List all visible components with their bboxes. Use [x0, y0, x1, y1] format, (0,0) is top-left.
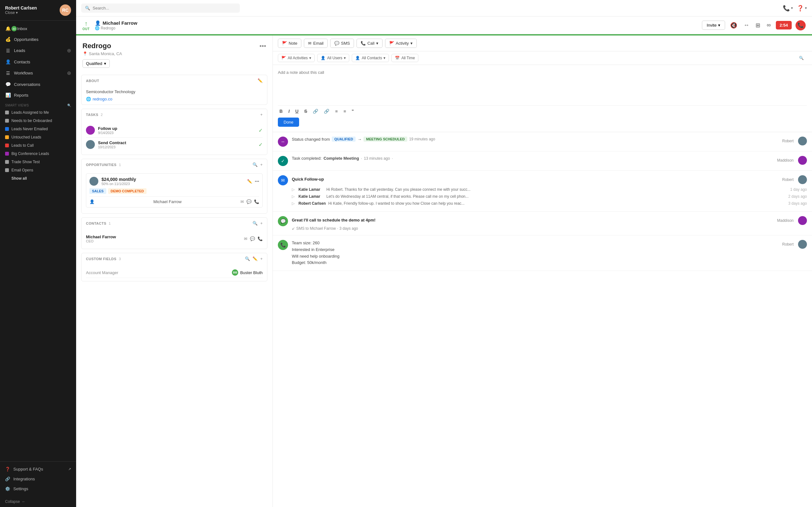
lead-location: 📍 Santa Monica, CA: [83, 51, 266, 56]
opp-more-button[interactable]: •••: [255, 179, 259, 184]
done-button[interactable]: Done: [278, 118, 299, 127]
smart-view-show-all[interactable]: Show all: [0, 174, 76, 182]
filter-all-contacts[interactable]: 👤 All Contacts ▾: [352, 54, 389, 62]
bold-button[interactable]: B: [278, 108, 284, 114]
filter-all-time[interactable]: 📅 All Time: [392, 54, 418, 62]
smart-view-needs-onboarding[interactable]: Needs to be Onboarded: [0, 117, 76, 125]
quote-button[interactable]: ": [350, 108, 356, 114]
opp-search-button[interactable]: 🔍: [252, 162, 258, 167]
cf-edit-button[interactable]: ✏️: [252, 257, 258, 261]
search-input[interactable]: [93, 6, 236, 10]
to-status-pill: MEETING SCHEDULED: [363, 136, 407, 142]
sidebar-item-opportunities[interactable]: 💰 Opportunities: [0, 34, 76, 45]
contact-phone-icon[interactable]: 📞: [254, 199, 259, 204]
leads-add-icon[interactable]: ⊕: [67, 48, 71, 54]
sidebar-item-contacts[interactable]: 👤 Contacts: [0, 56, 76, 67]
leads-icon: ☰: [5, 48, 11, 53]
sidebar-item-integrations[interactable]: 🔗 Integrations: [0, 474, 76, 484]
filter-search-button[interactable]: 🔍: [796, 54, 807, 62]
task-check-icon[interactable]: ✓: [258, 127, 263, 133]
transfer-icon-btn[interactable]: ↔: [742, 20, 751, 30]
opp-edit-button[interactable]: ✏️: [247, 179, 252, 184]
email-activity-icon: ✉: [278, 175, 288, 185]
activity-button[interactable]: 🚩 Activity ▾: [385, 39, 417, 48]
phone-icon-btn[interactable]: 📞 ▾: [783, 5, 793, 12]
note-button[interactable]: 🚩 Note: [278, 39, 301, 48]
opportunities-section-header: OPPORTUNITIES 1 🔍 +: [82, 159, 267, 170]
help-icon-btn[interactable]: ❓ ▾: [797, 5, 807, 12]
activity-user-name: Robert: [782, 177, 794, 182]
tasks-add-button[interactable]: +: [260, 112, 263, 117]
smart-view-trade-show[interactable]: Trade Show Test: [0, 158, 76, 166]
user-avatar: [798, 136, 807, 146]
contact-chat-icon[interactable]: 💬: [247, 199, 252, 204]
sidebar-item-inbox[interactable]: 🔔 40 Inbox: [0, 23, 76, 34]
sidebar-close-btn[interactable]: Close ▾: [5, 10, 37, 15]
sidebar-item-leads[interactable]: ☰ Leads ⊕: [0, 45, 76, 56]
filter-all-users[interactable]: 👤 All Users ▾: [317, 54, 349, 62]
filter-all-activities[interactable]: 🚩 All Activities ▾: [278, 54, 315, 62]
sidebar-item-support[interactable]: ❓ Support & FAQs ↗: [0, 464, 76, 474]
user-avatar: [798, 156, 807, 165]
opp-add-button[interactable]: +: [260, 162, 263, 167]
end-call-button[interactable]: 📞: [796, 20, 806, 31]
smart-view-dot: [5, 119, 9, 123]
cf-section-actions: 🔍 ✏️ +: [245, 257, 263, 261]
contacts-section: CONTACTS 1 🔍 + Michael Farrow CEO: [81, 217, 267, 249]
sidebar-item-conversations[interactable]: 💬 Conversations: [0, 79, 76, 90]
contacts-search-button[interactable]: 🔍: [252, 221, 258, 226]
sidebar-collapse-btn[interactable]: Collapse ←: [0, 496, 76, 507]
globe-icon: 🌐: [86, 97, 91, 101]
smart-view-leads-to-call[interactable]: Leads to Call: [0, 141, 76, 150]
external-link-icon: ↗: [68, 467, 71, 471]
note-input[interactable]: [278, 70, 807, 102]
email-reply: ▷ Katie Lamar Hi Robert. Thanks for the …: [292, 186, 807, 193]
email-button[interactable]: ✉ Email: [304, 39, 328, 48]
opportunities-section-body: $24,000 monthly 50% on 11/1/2023 ✏️ ••• …: [82, 170, 267, 213]
cf-search-button[interactable]: 🔍: [245, 257, 250, 261]
status-badge[interactable]: Qualified ▾: [83, 59, 110, 68]
sidebar-item-reports[interactable]: 📊 Reports: [0, 90, 76, 101]
numbered-list-button[interactable]: ≡: [342, 108, 348, 114]
activity-filters: 🚩 All Activities ▾ 👤 All Users ▾ 👤 All C…: [273, 51, 812, 65]
about-website-link[interactable]: 🌐 redrogo.co: [86, 97, 263, 101]
cf-add-button[interactable]: +: [260, 257, 263, 261]
workflows-add-icon[interactable]: ⊕: [67, 70, 71, 76]
contact-email-button[interactable]: ✉: [244, 236, 247, 241]
status-change-text: Status changed from QUALIFIED → MEETING …: [292, 136, 778, 142]
about-edit-button[interactable]: ✏️: [258, 78, 263, 83]
contact-name: Michael Farrow: [86, 234, 116, 239]
smart-view-untouched[interactable]: Untouched Leads: [0, 133, 76, 141]
invite-button[interactable]: Invite ▾: [702, 20, 725, 30]
url-button[interactable]: 🔗: [322, 108, 331, 114]
smart-views-search-icon[interactable]: 🔍: [67, 104, 71, 107]
smart-view-never-emailed[interactable]: Leads Never Emailed: [0, 125, 76, 133]
call-button[interactable]: 📞 Call ▾: [357, 39, 382, 48]
smart-view-email-opens[interactable]: Email Opens: [0, 166, 76, 174]
task-check-icon[interactable]: ✓: [258, 142, 263, 148]
smart-view-conference-leads[interactable]: Big Conference Leads: [0, 150, 76, 158]
task-avatar: [86, 126, 95, 135]
more-options-button[interactable]: •••: [259, 43, 266, 50]
sidebar-item-label: Leads: [14, 48, 25, 53]
grid-icon-btn[interactable]: ⊞: [754, 20, 762, 30]
sidebar-item-workflows[interactable]: ☰ Workflows ⊕: [0, 67, 76, 79]
contacts-add-button[interactable]: +: [260, 221, 263, 226]
contact-email-icon[interactable]: ✉: [241, 199, 244, 204]
underline-button[interactable]: U: [294, 108, 300, 114]
strikethrough-button[interactable]: S: [303, 108, 309, 114]
mute-icon-btn[interactable]: 🔇: [729, 20, 739, 30]
italic-button[interactable]: I: [287, 108, 291, 114]
voicemail-icon-btn[interactable]: ∞: [765, 20, 772, 30]
bullet-list-button[interactable]: ≡: [334, 108, 339, 114]
contact-chat-button[interactable]: 💬: [250, 236, 255, 241]
sidebar-item-settings[interactable]: ⚙️ Settings: [0, 484, 76, 494]
smart-view-dot: [5, 160, 9, 164]
link-button[interactable]: 🔗: [311, 108, 320, 114]
activity-content: Status changed from QUALIFIED → MEETING …: [292, 136, 778, 142]
contact-phone-button[interactable]: 📞: [258, 236, 263, 241]
opportunities-icon: 💰: [5, 37, 11, 42]
smart-view-leads-assigned[interactable]: Leads Assigned to Me: [0, 108, 76, 117]
sms-button[interactable]: 💬 SMS: [330, 39, 354, 48]
contacts-section-header: CONTACTS 1 🔍 +: [82, 218, 267, 229]
